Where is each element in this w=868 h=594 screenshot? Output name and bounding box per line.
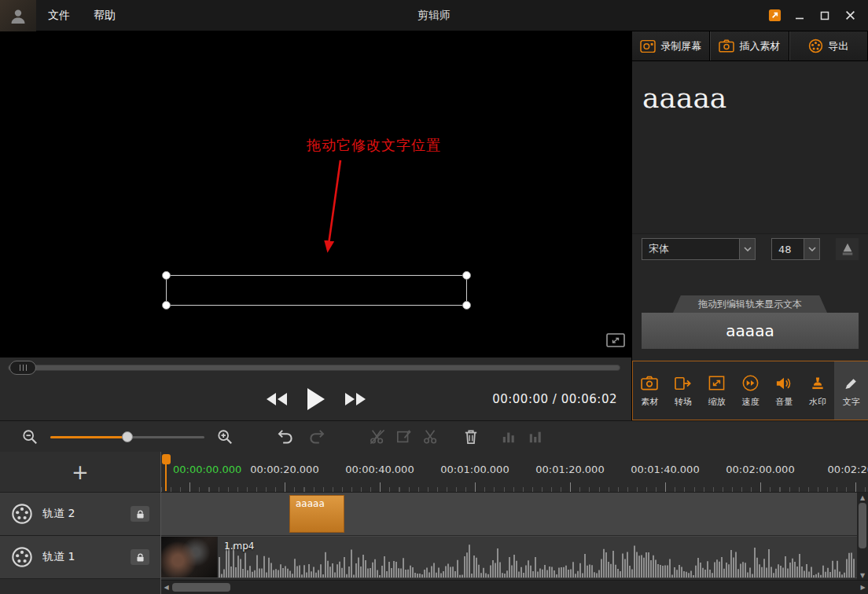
chevron-down-icon[interactable]: [804, 239, 819, 259]
tool-scale[interactable]: 缩放: [700, 361, 734, 420]
playback-controls: 00:00:00 / 00:06:02: [0, 358, 631, 420]
font-family-select[interactable]: 宋体: [642, 238, 756, 260]
redo-button[interactable]: [308, 429, 326, 444]
tool-text[interactable]: 文字: [834, 361, 868, 420]
font-family-value: 宋体: [642, 239, 739, 259]
time-ruler[interactable]: 00:00:00.000 00:00:20.000 00:00:40.000 0…: [161, 452, 868, 493]
horizontal-scroll-thumb[interactable]: [172, 583, 230, 592]
tool-transition[interactable]: 转场: [667, 361, 701, 420]
vertical-scrollbar[interactable]: ▲ ▼: [857, 493, 868, 580]
undo-button[interactable]: [277, 429, 294, 444]
tool-label: 文字: [843, 396, 860, 408]
fast-forward-button[interactable]: [345, 393, 366, 405]
font-controls: 宋体 48: [632, 234, 868, 264]
playhead-marker[interactable]: [162, 454, 171, 464]
add-track-button[interactable]: +: [0, 452, 160, 493]
video-clip-label: 1.mp4: [224, 541, 254, 552]
menu-file[interactable]: 文件: [36, 9, 82, 23]
zoom-slider[interactable]: [50, 431, 204, 442]
film-reel-icon: [808, 38, 823, 53]
selection-handle[interactable]: [462, 271, 471, 280]
text-clip[interactable]: aaaaa: [289, 495, 344, 533]
horizontal-scrollbar[interactable]: ◀ ▶: [161, 580, 868, 594]
watermark-stamp-icon: [810, 374, 826, 393]
feedback-button[interactable]: [767, 9, 782, 23]
minimize-icon: [795, 11, 804, 20]
redo-icon: [308, 429, 326, 444]
scale-icon: [708, 374, 725, 393]
export-button[interactable]: 导出: [789, 31, 868, 60]
user-avatar[interactable]: [0, 0, 36, 31]
app-title: 剪辑师: [417, 9, 451, 23]
video-clip[interactable]: 1.mp4: [161, 537, 857, 578]
font-color-button[interactable]: [836, 238, 859, 260]
maximize-button[interactable]: [818, 9, 832, 23]
audio-levels-alt-button[interactable]: [528, 430, 542, 444]
tool-tabs: 素材 转场 缩放 速度: [632, 361, 868, 420]
text-sample-draggable[interactable]: aaaaa: [642, 313, 859, 349]
audio-levels-button[interactable]: [502, 430, 516, 444]
transport-bar: 00:00:00 / 00:06:02: [0, 378, 631, 420]
play-button[interactable]: [307, 388, 325, 410]
rewind-button[interactable]: [267, 393, 287, 405]
lock-track-button[interactable]: [131, 549, 149, 565]
transition-icon: [675, 374, 692, 393]
lock-icon: [135, 509, 145, 519]
tool-volume[interactable]: 音量: [767, 361, 801, 420]
ruler-label: 00:01:00.000: [440, 464, 509, 475]
scroll-up-icon[interactable]: ▲: [857, 493, 868, 502]
menu-help[interactable]: 帮助: [82, 9, 127, 23]
record-screen-button[interactable]: 录制屏幕: [632, 31, 710, 60]
tracks-area: aaaaa 1.mp4: [161, 493, 857, 580]
rewind-icon: [267, 393, 287, 405]
tool-label: 转场: [675, 396, 692, 408]
tool-material[interactable]: 素材: [633, 361, 667, 420]
timeline: + 轨道 2 轨道 1: [0, 452, 868, 594]
zoom-in-button[interactable]: [217, 429, 233, 445]
zoom-out-button[interactable]: [22, 429, 38, 445]
scroll-right-icon[interactable]: ▶: [858, 581, 868, 594]
insert-media-label: 插入素材: [739, 39, 780, 53]
screen-record-icon: [640, 39, 656, 53]
vertical-scroll-thumb[interactable]: [859, 503, 866, 548]
delete-clip-button[interactable]: [464, 429, 478, 445]
tool-speed[interactable]: 速度: [734, 361, 767, 420]
track-2-header[interactable]: 轨道 2: [0, 493, 160, 536]
text-selection-box[interactable]: [166, 275, 467, 306]
seek-track[interactable]: [8, 365, 620, 371]
font-size-value: 48: [772, 239, 804, 259]
selection-handle[interactable]: [162, 301, 171, 310]
insert-media-button[interactable]: 插入素材: [710, 31, 789, 60]
tool-watermark[interactable]: 水印: [801, 361, 835, 420]
export-label: 导出: [828, 39, 848, 53]
track-1-header[interactable]: 轨道 1: [0, 536, 160, 579]
split-disabled-button[interactable]: [370, 429, 385, 445]
scroll-down-icon[interactable]: ▼: [857, 570, 868, 580]
lock-track-button[interactable]: [131, 506, 149, 522]
trash-icon: [464, 429, 478, 445]
fullscreen-icon: [606, 333, 625, 349]
drag-hint-tab: 拖动到编辑轨来显示文本: [673, 295, 827, 313]
chevron-down-icon[interactable]: [739, 239, 755, 259]
cut-clip-button[interactable]: [423, 429, 439, 445]
right-panel: 录制屏幕 插入素材 导出 aaaaa 宋体: [631, 31, 868, 420]
titlebar: 文件 帮助 剪辑师: [0, 0, 868, 31]
seek-handle[interactable]: [9, 361, 36, 375]
preview-column: 拖动它修改文字位置: [0, 31, 631, 420]
ruler-label: 00:02:00.000: [726, 464, 794, 475]
magnifier-minus-icon: [22, 429, 38, 445]
minimize-button[interactable]: [793, 9, 807, 23]
tool-label: 音量: [775, 396, 793, 408]
scroll-left-icon[interactable]: ◀: [161, 581, 171, 594]
zoom-slider-handle[interactable]: [122, 431, 133, 442]
selection-handle[interactable]: [462, 301, 471, 310]
edit-clip-button[interactable]: [396, 429, 412, 445]
ruler-label: 00:02:20.0: [828, 464, 868, 475]
close-button[interactable]: [843, 9, 857, 23]
ruler-label: 00:01:20.000: [535, 464, 604, 475]
track-header-column: + 轨道 2 轨道 1: [0, 452, 161, 594]
selection-handle[interactable]: [162, 271, 171, 280]
font-size-select[interactable]: 48: [771, 238, 820, 260]
fullscreen-button[interactable]: [606, 333, 625, 352]
lock-icon: [135, 552, 145, 563]
